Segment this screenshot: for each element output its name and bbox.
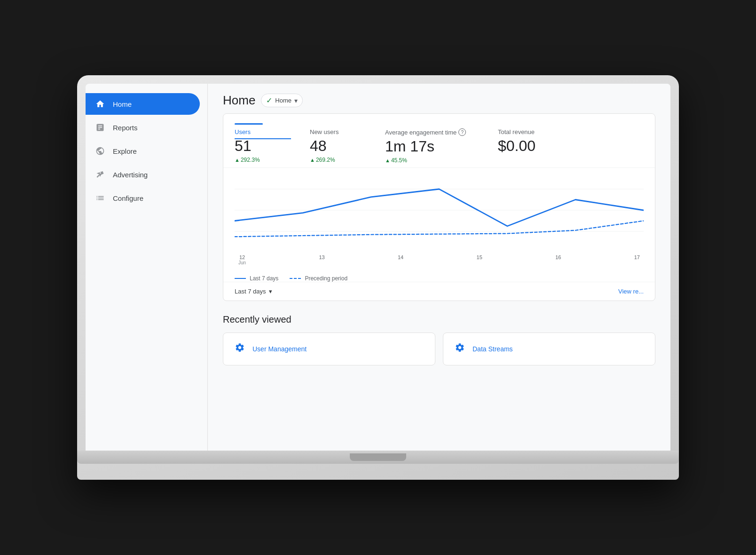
- sidebar-item-explore[interactable]: Explore: [86, 140, 200, 162]
- rv-card-data-streams[interactable]: Data Streams: [443, 333, 655, 365]
- revenue-value: $0.00: [498, 137, 554, 155]
- legend-preceding: Preceding period: [290, 275, 347, 282]
- property-selector[interactable]: ✓ Home ▾: [261, 94, 303, 107]
- axis-label-17: 17: [634, 254, 640, 265]
- up-arrow-icon: ▲: [235, 157, 240, 163]
- sidebar-item-advertising[interactable]: Advertising: [86, 164, 200, 185]
- engagement-change: ▲ 45.5%: [385, 157, 479, 164]
- chevron-down-icon: ▾: [294, 97, 298, 104]
- badge-label: Home: [275, 97, 291, 104]
- info-icon[interactable]: ?: [458, 128, 466, 136]
- axis-label-15: 15: [477, 254, 482, 265]
- configure-icon: [95, 193, 105, 203]
- sidebar-item-explore-label: Explore: [113, 147, 137, 155]
- card-footer: Last 7 days ▾ View re...: [223, 282, 655, 301]
- recently-viewed-title: Recently viewed: [208, 310, 670, 333]
- new-users-change: ▲ 269.2%: [310, 157, 366, 163]
- sidebar-item-home-label: Home: [113, 100, 132, 108]
- chart-legend: Last 7 days Preceding period: [223, 271, 655, 282]
- sidebar-item-configure-label: Configure: [113, 194, 143, 202]
- legend-last7: Last 7 days: [235, 275, 278, 282]
- stat-new-users: New users 48 ▲ 269.2%: [310, 123, 366, 164]
- stat-engagement: Average engagement time ? 1m 17s ▲ 45.5%: [385, 123, 479, 164]
- users-value: 51: [235, 137, 291, 155]
- stat-revenue: Total revenue $0.00: [498, 123, 554, 164]
- page-title: Home: [223, 93, 255, 108]
- engagement-value: 1m 17s: [385, 138, 479, 155]
- legend-line-dashed: [290, 278, 301, 279]
- revenue-label[interactable]: Total revenue: [498, 128, 554, 135]
- sidebar-item-reports[interactable]: Reports: [86, 117, 200, 138]
- up-arrow-icon: ▲: [310, 157, 315, 163]
- sidebar-item-home[interactable]: Home: [86, 93, 200, 115]
- rv-data-streams-label: Data Streams: [472, 345, 513, 353]
- home-icon: [95, 99, 105, 109]
- stats-row: Users 51 ▲ 292.3% New users 48 ▲: [223, 114, 655, 168]
- legend-line-solid: [235, 278, 246, 279]
- new-users-value: 48: [310, 137, 366, 155]
- chart-x-axis: 12 Jun 13 14 15 16: [235, 254, 644, 265]
- dropdown-icon: ▾: [269, 288, 272, 295]
- engagement-label: Average engagement time ?: [385, 128, 479, 136]
- legend-last7-label: Last 7 days: [250, 275, 278, 282]
- page-header: Home ✓ Home ▾: [208, 84, 670, 113]
- sidebar-item-configure[interactable]: Configure: [86, 187, 200, 209]
- up-arrow-icon: ▲: [385, 158, 390, 163]
- stat-users: Users 51 ▲ 292.3%: [235, 123, 291, 164]
- view-report-link[interactable]: View re...: [618, 288, 644, 295]
- axis-label-12: 12 Jun: [238, 254, 246, 265]
- users-change: ▲ 292.3%: [235, 157, 291, 163]
- axis-label-14: 14: [398, 254, 403, 265]
- sidebar-item-advertising-label: Advertising: [113, 171, 148, 179]
- rv-card-user-management[interactable]: User Management: [223, 333, 435, 365]
- rv-user-management-label: User Management: [252, 345, 307, 353]
- axis-label-13: 13: [319, 254, 324, 265]
- reports-icon: [95, 122, 105, 133]
- chart-area: 12 Jun 13 14 15 16: [223, 168, 655, 271]
- axis-label-16: 16: [555, 254, 561, 265]
- new-users-label[interactable]: New users: [310, 128, 366, 135]
- legend-preceding-label: Preceding period: [305, 275, 347, 282]
- date-range-button[interactable]: Last 7 days ▾: [235, 288, 272, 295]
- check-icon: ✓: [266, 96, 272, 105]
- explore-icon: [95, 146, 105, 156]
- settings-icon: [235, 342, 245, 356]
- recently-viewed-grid: User Management Data Streams: [208, 333, 670, 365]
- stats-card: Users 51 ▲ 292.3% New users 48 ▲: [223, 113, 655, 301]
- main-content: Home ✓ Home ▾ Users 51 ▲ 292.3: [208, 84, 670, 451]
- advertising-icon: [95, 169, 105, 180]
- sidebar-item-reports-label: Reports: [113, 124, 138, 132]
- data-streams-icon: [455, 342, 465, 356]
- sidebar: Home Reports Explore: [86, 84, 208, 451]
- line-chart: [235, 168, 644, 253]
- date-range-label: Last 7 days: [235, 288, 266, 295]
